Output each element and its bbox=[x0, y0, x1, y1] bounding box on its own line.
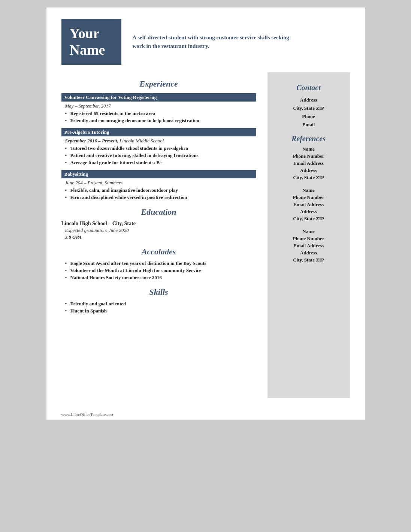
contact-email: Email bbox=[273, 122, 344, 128]
ref-3-address: Address bbox=[273, 250, 344, 256]
job-3: Babysitting June 204 – Present, Summers … bbox=[61, 170, 256, 200]
accolades-title: Accolades bbox=[61, 247, 256, 257]
contact-address: Address bbox=[273, 97, 344, 103]
job-1-date: May – September, 2017 bbox=[65, 103, 256, 109]
gpa: 3.8 GPA bbox=[65, 234, 256, 240]
job-3-bullets: Flexible, calm, and imaginative indoor/o… bbox=[65, 187, 256, 200]
name-line2: Name bbox=[70, 42, 105, 58]
reference-2: Name Phone Number Email Address Address … bbox=[273, 186, 344, 223]
contact-phone: Phone bbox=[273, 114, 344, 120]
job-2-title: Pre-Algebra Tutoring bbox=[61, 128, 256, 136]
ref-1-city: City, State ZIP bbox=[273, 175, 344, 181]
school-name: Lincoln High School – City, State bbox=[61, 221, 256, 227]
experience-title: Experience bbox=[61, 79, 256, 89]
bullet-item: Friendly and encouraging demeanor to hel… bbox=[65, 118, 256, 124]
resume-page: Your Name A self-directed student with s… bbox=[46, 7, 365, 420]
accolades-bullets: Eagle Scout Award after ten years of dis… bbox=[65, 260, 256, 281]
bullet-item: Tutored two dozen middle school students… bbox=[65, 145, 256, 151]
footer: www.LibreOfficeTemplates.net bbox=[46, 409, 365, 420]
bullet-item: National Honors Society member since 201… bbox=[65, 275, 256, 281]
reference-1: Name Phone Number Email Address Address … bbox=[273, 145, 344, 182]
bullet-item: Eagle Scout Award after ten years of dis… bbox=[65, 260, 256, 266]
bullet-item: Friendly and goal-oriented bbox=[65, 301, 256, 307]
ref-1-name: Name bbox=[273, 146, 344, 152]
job-1-bullets: Registered 65 residents in the metro are… bbox=[65, 111, 256, 124]
bullet-item: Firm and disciplined while versed in pos… bbox=[65, 194, 256, 200]
job-3-title: Babysitting bbox=[61, 170, 256, 178]
job-1-title: Volunteer Canvassing for Voting Register… bbox=[61, 93, 256, 102]
name-line1: Your bbox=[70, 25, 100, 41]
skills-bullets: Friendly and goal-oriented Fluent in Spa… bbox=[65, 301, 256, 314]
bullet-item: Volunteer of the Month at Lincoln High f… bbox=[65, 267, 256, 273]
header-section: Your Name A self-directed student with s… bbox=[46, 7, 365, 72]
ref-2-email: Email Address bbox=[273, 202, 344, 208]
ref-2-address: Address bbox=[273, 209, 344, 215]
bullet-item: Patient and creative tutoring, skilled i… bbox=[65, 152, 256, 158]
ref-1-phone: Phone Number bbox=[273, 153, 344, 159]
skills-title: Skills bbox=[61, 287, 256, 297]
ref-2-name: Name bbox=[273, 187, 344, 193]
graduation-date: Expected graduation: June 2020 bbox=[65, 227, 256, 233]
ref-3-phone: Phone Number bbox=[273, 236, 344, 242]
main-layout: Experience Volunteer Canvassing for Voti… bbox=[46, 72, 365, 409]
ref-3-email: Email Address bbox=[273, 243, 344, 249]
name-box: Your Name bbox=[61, 19, 121, 65]
contact-title: Contact bbox=[273, 84, 344, 92]
ref-3-name: Name bbox=[273, 229, 344, 235]
education-section: Lincoln High School – City, State Expect… bbox=[61, 221, 256, 240]
bullet-item: Registered 65 residents in the metro are… bbox=[65, 111, 256, 117]
ref-3-city: City, State ZIP bbox=[273, 257, 344, 263]
job-3-date: June 204 – Present, Summers bbox=[65, 180, 256, 186]
education-title: Education bbox=[61, 207, 256, 217]
ref-2-phone: Phone Number bbox=[273, 194, 344, 200]
left-column: Experience Volunteer Canvassing for Voti… bbox=[61, 72, 256, 398]
job-2-date: September 2016 – Present, Lincoln Middle… bbox=[65, 138, 256, 144]
job-1: Volunteer Canvassing for Voting Register… bbox=[61, 93, 256, 124]
bullet-item: Fluent in Spanish bbox=[65, 308, 256, 314]
right-sidebar: Contact Address City, State ZIP Phone Em… bbox=[268, 72, 350, 398]
job-2: Pre-Algebra Tutoring September 2016 – Pr… bbox=[61, 128, 256, 166]
bullet-item: Average final grade for tutored students… bbox=[65, 160, 256, 166]
contact-city: City, State ZIP bbox=[273, 105, 344, 111]
references-title: References bbox=[273, 134, 344, 143]
ref-2-city: City, State ZIP bbox=[273, 216, 344, 222]
footer-text: www.LibreOfficeTemplates.net bbox=[61, 412, 114, 417]
bullet-item: Flexible, calm, and imaginative indoor/o… bbox=[65, 187, 256, 193]
reference-3: Name Phone Number Email Address Address … bbox=[273, 227, 344, 264]
ref-1-address: Address bbox=[273, 167, 344, 173]
job-2-bullets: Tutored two dozen middle school students… bbox=[65, 145, 256, 166]
tagline: A self-directed student with strong cust… bbox=[133, 33, 290, 50]
ref-1-email: Email Address bbox=[273, 160, 344, 166]
